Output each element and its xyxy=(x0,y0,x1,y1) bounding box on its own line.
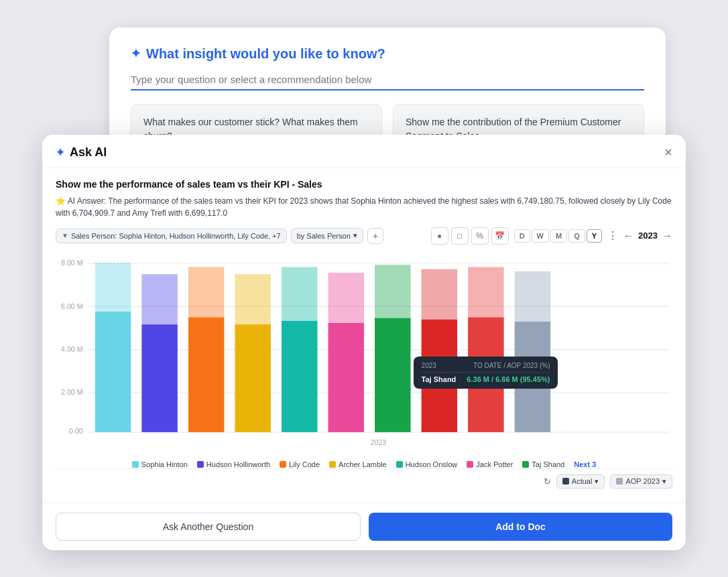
legend-jack: Jack Potter xyxy=(467,460,513,468)
filter-tag[interactable]: ▼ Sales Person: Sophia Hinton, Hudson Ho… xyxy=(56,229,287,243)
modal-sparkle-icon: ✦ xyxy=(56,146,64,159)
actual-color xyxy=(562,478,569,485)
calendar-view-button[interactable]: 📅 xyxy=(491,227,509,245)
bar-jack-kpi xyxy=(328,273,364,323)
rec-title: ✦ What insight would you like to know? xyxy=(131,46,644,62)
legend-dot-hudson-h xyxy=(197,461,204,468)
period-btn-m[interactable]: M xyxy=(550,229,567,243)
view-icons: ● □ % 📅 xyxy=(431,227,509,245)
legend-archer: Archer Lamble xyxy=(329,460,387,468)
bar-taj-kpi xyxy=(375,265,410,318)
bar-sophia-kpi xyxy=(95,263,131,312)
star-icon: ⭐ xyxy=(56,196,66,206)
funnel-icon: ▼ xyxy=(62,232,68,239)
ask-another-button[interactable]: Ask Another Question xyxy=(56,513,361,541)
modal-title: ✦ Ask AI xyxy=(56,145,107,159)
legend-taj: Taj Shand xyxy=(522,460,564,468)
more-options-button[interactable]: ⋮ xyxy=(607,229,618,242)
bar-10-actual[interactable] xyxy=(515,321,550,432)
chart-query: Show me the performance of sales team vs… xyxy=(56,179,672,190)
legend-dot-taj xyxy=(522,461,529,468)
chart-legend: Sophia Hinton Hudson Hollinworth Lily Co… xyxy=(56,460,672,468)
circle-view-button[interactable]: ● xyxy=(431,227,448,245)
bar-hudson-h-kpi xyxy=(141,274,177,324)
svg-text:0.00: 0.00 xyxy=(69,426,83,434)
year-label: 2023 xyxy=(638,231,658,241)
aop-color xyxy=(616,478,623,485)
legend-dot-hudson-o xyxy=(396,461,403,468)
svg-text:6.00 M: 6.00 M xyxy=(61,302,83,310)
bar-8-actual[interactable] xyxy=(422,319,457,432)
bar-8-kpi xyxy=(422,269,457,319)
svg-text:2.00 M: 2.00 M xyxy=(61,388,83,396)
close-button[interactable]: × xyxy=(664,145,672,159)
svg-text:8.00 M: 8.00 M xyxy=(61,259,83,267)
bar-jack-actual[interactable] xyxy=(328,323,364,432)
chart-footer: ↻ Actual ▾ AOP 2023 ▾ xyxy=(56,468,672,491)
aop-badge[interactable]: AOP 2023 ▾ xyxy=(610,474,672,489)
year-nav: ← 2023 → xyxy=(623,230,672,242)
next-year-button[interactable]: → xyxy=(662,230,672,242)
legend-dot-lily xyxy=(280,461,286,468)
legend-lily: Lily Code xyxy=(280,460,320,468)
legend-dot-jack xyxy=(467,461,473,468)
square-view-button[interactable]: □ xyxy=(451,227,469,245)
period-btn-q[interactable]: Q xyxy=(568,229,585,243)
bar-hudson-o-kpi xyxy=(282,267,317,320)
modal-body: Show me the performance of sales team vs… xyxy=(42,168,686,503)
bar-archer-kpi xyxy=(235,274,270,324)
by-person-dropdown[interactable]: by Sales Person ▾ xyxy=(291,228,363,243)
sparkle-icon: ✦ xyxy=(131,46,141,61)
aop-chevron-icon: ▾ xyxy=(662,477,666,486)
bar-9-kpi xyxy=(468,267,503,317)
filter-tags: ▼ Sales Person: Sophia Hinton, Hudson Ho… xyxy=(56,228,383,244)
svg-text:4.00 M: 4.00 M xyxy=(61,344,83,352)
bar-lily-kpi xyxy=(188,267,224,317)
bar-taj-actual[interactable] xyxy=(375,318,410,432)
rec-title-text: What insight would you like to know? xyxy=(146,46,385,62)
actual-badge[interactable]: Actual ▾ xyxy=(556,474,605,489)
legend-next[interactable]: Next 3 xyxy=(574,460,596,468)
bar-sophia-actual[interactable] xyxy=(95,311,131,432)
modal-header: ✦ Ask AI × xyxy=(42,135,686,168)
bar-hudson-h-actual[interactable] xyxy=(141,324,177,432)
bar-lily-actual[interactable] xyxy=(188,317,224,432)
percent-view-button[interactable]: % xyxy=(471,227,489,245)
legend-dot-sophia xyxy=(132,461,139,468)
question-input[interactable] xyxy=(131,70,644,90)
actual-chevron-icon: ▾ xyxy=(595,477,599,486)
bar-9-actual[interactable] xyxy=(468,317,503,432)
legend-hudson-o: Hudson Onslow xyxy=(396,460,458,468)
modal-actions: Ask Another Question Add to Doc xyxy=(42,503,686,550)
legend-hudson-h: Hudson Hollinworth xyxy=(197,460,270,468)
add-filter-button[interactable]: + xyxy=(367,228,383,244)
period-btn-w[interactable]: W xyxy=(532,229,549,243)
refresh-icon: ↻ xyxy=(544,476,551,487)
ai-answer: ⭐ AI Answer: The performance of the sale… xyxy=(56,195,672,219)
prev-year-button[interactable]: ← xyxy=(623,230,634,242)
legend-dot-archer xyxy=(329,461,336,468)
bar-hudson-o-actual[interactable] xyxy=(282,320,317,432)
chart-controls-right: ● □ % 📅 D W M Q Y ⋮ ← 202 xyxy=(431,227,672,245)
period-btn-y[interactable]: Y xyxy=(587,229,602,243)
period-buttons: D W M Q Y xyxy=(514,229,602,243)
chart-toolbar: ▼ Sales Person: Sophia Hinton, Hudson Ho… xyxy=(56,227,672,245)
legend-sophia: Sophia Hinton xyxy=(132,460,188,468)
period-btn-d[interactable]: D xyxy=(514,229,530,243)
bar-10-kpi xyxy=(515,271,550,321)
add-to-doc-button[interactable]: Add to Doc xyxy=(369,513,672,541)
chart-container: 8.00 M 6.00 M 4.00 M 2.00 M 0.00 xyxy=(56,253,672,454)
svg-text:2023: 2023 xyxy=(371,438,387,446)
chevron-down-icon: ▾ xyxy=(353,231,357,240)
ask-ai-modal: ✦ Ask AI × Show me the performance of sa… xyxy=(42,135,686,550)
chart-svg: 8.00 M 6.00 M 4.00 M 2.00 M 0.00 xyxy=(56,253,672,454)
bar-archer-actual[interactable] xyxy=(235,324,270,432)
